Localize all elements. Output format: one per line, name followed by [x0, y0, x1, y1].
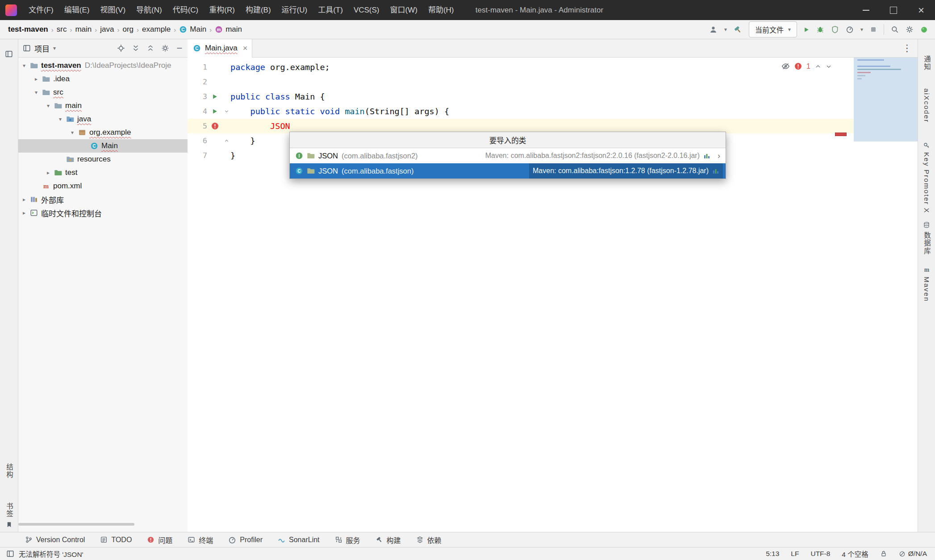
collapse-all-button[interactable] [146, 44, 154, 52]
menu-vcs[interactable]: VCS(S) [348, 0, 385, 20]
bottom-tab-2[interactable]: 问题 [147, 535, 172, 545]
run-gutter-icon[interactable] [207, 94, 222, 100]
breadcrumb-org[interactable]: org [122, 25, 134, 34]
run-config-selector[interactable]: 当前文件 ▾ [749, 21, 797, 37]
next-error-button[interactable] [826, 63, 832, 70]
expand-all-button[interactable] [132, 44, 140, 52]
locate-file-button[interactable] [117, 44, 125, 52]
tab-options-icon[interactable]: ⋮ [902, 43, 918, 54]
panel-options-button[interactable] [161, 44, 169, 52]
more-run-options-icon[interactable]: ▾ [860, 26, 863, 33]
profiler-button[interactable] [846, 25, 854, 33]
tree-item-main[interactable]: CMain [18, 139, 188, 153]
breadcrumb-main[interactable]: CMain [179, 25, 206, 34]
stripe-tab-3-button[interactable]: 数据库 [922, 221, 931, 255]
stripe-bookmarks-button[interactable]: 书签 [4, 502, 14, 528]
tree-chevron-icon[interactable]: ▾ [67, 129, 77, 136]
search-everywhere-button[interactable] [891, 25, 899, 33]
bottom-tab-version-control[interactable]: Version Control [25, 536, 85, 544]
minimap[interactable] [854, 58, 918, 141]
bottom-tab-6[interactable]: 服务 [335, 535, 360, 545]
tree-item-test[interactable]: ▸test [18, 166, 188, 179]
tree-item-.idea[interactable]: ▸.idea [18, 72, 188, 86]
stripe-key-promoter-x-button[interactable]: Key Promoter X [922, 142, 931, 213]
indent-setting[interactable]: 4 个空格 [842, 549, 868, 559]
tree-chevron-icon[interactable]: ▾ [31, 89, 41, 95]
bottom-tab-todo[interactable]: TODO [100, 536, 132, 544]
code-line-2[interactable]: 2 [188, 75, 918, 89]
tree-chevron-icon[interactable]: ▾ [43, 103, 53, 109]
project-horizontal-scrollbar[interactable] [18, 523, 134, 526]
stripe-tab-0-button[interactable]: 通知 [922, 55, 931, 71]
maximize-button[interactable] [880, 0, 907, 20]
breadcrumb-main[interactable]: mmain [215, 25, 242, 34]
tree-item-test-maven[interactable]: ▾test-mavenD:\IdeaProjects\IdeaProje [18, 59, 188, 72]
breadcrumb-test-maven[interactable]: test-maven [8, 25, 48, 34]
code-editor[interactable]: 1package org.example;23public class Main… [188, 58, 918, 532]
chevron-down-icon[interactable]: ▾ [53, 45, 56, 51]
project-panel-title[interactable]: 项目 [34, 43, 50, 54]
code-line-3[interactable]: 3public class Main { [188, 89, 918, 104]
fold-marker-icon[interactable] [222, 138, 230, 143]
build-project-button[interactable] [734, 25, 742, 34]
breadcrumb-main[interactable]: main [75, 25, 92, 34]
menu-window[interactable]: 窗口(W) [385, 0, 423, 20]
code-line-4[interactable]: 4 public static void main(String[] args)… [188, 104, 918, 119]
prev-error-button[interactable] [815, 63, 821, 70]
run-gutter-icon[interactable] [207, 108, 222, 114]
bottom-tab-7[interactable]: 构建 [376, 535, 401, 545]
hide-panel-button[interactable] [176, 45, 183, 52]
fold-marker-icon[interactable] [222, 109, 230, 114]
menu-run[interactable]: 运行(U) [276, 0, 313, 20]
tree-chevron-icon[interactable]: ▸ [31, 76, 41, 82]
line-ending[interactable]: LF [791, 550, 799, 558]
run-button[interactable] [804, 27, 810, 33]
menu-build[interactable]: 构建(B) [240, 0, 276, 20]
popup-item-0[interactable]: IJSON(com.alibaba.fastjson2)Maven: com.a… [290, 148, 726, 163]
tree-item-org.example[interactable]: ▾org.example [18, 126, 188, 139]
caret-position[interactable]: 5:13 [766, 550, 779, 558]
stripe-aixcoder-button[interactable]: aiXcoder [922, 88, 931, 123]
minimize-button[interactable] [852, 0, 880, 20]
tree-item-main[interactable]: ▾main [18, 99, 188, 112]
menu-refactor[interactable]: 重构(R) [204, 0, 240, 20]
error-indicator-icon[interactable] [794, 62, 802, 70]
tree-item-resources[interactable]: resources [18, 153, 188, 166]
bottom-tab-3[interactable]: 终端 [188, 535, 213, 545]
stripe-maven-button[interactable]: mMaven [922, 266, 931, 302]
tree-chevron-icon[interactable]: ▸ [19, 210, 29, 216]
popup-item-1[interactable]: CJSON(com.alibaba.fastjson)Maven: com.al… [290, 163, 726, 178]
stripe-project-button[interactable] [5, 50, 13, 58]
tree-chevron-icon[interactable]: ▸ [43, 170, 53, 176]
tree-item-node-10[interactable]: ▸外部库 [18, 193, 188, 206]
menu-navigate[interactable]: 导航(N) [131, 0, 167, 20]
stop-button[interactable] [870, 26, 877, 33]
bottom-tab-sonarlint[interactable]: SonarLint [278, 536, 320, 544]
breadcrumb-java[interactable]: java [100, 25, 114, 34]
user-avatar-button[interactable] [709, 25, 718, 34]
menu-file[interactable]: 文件(F) [23, 0, 59, 20]
status-na-widget[interactable]: Ø/N/A [899, 550, 927, 558]
settings-button[interactable] [906, 25, 914, 33]
error-gutter-icon[interactable] [207, 122, 222, 130]
ide-status-icon[interactable] [920, 26, 928, 33]
error-stripe-mark[interactable] [835, 133, 847, 136]
debug-button[interactable] [816, 25, 824, 33]
tree-chevron-icon[interactable]: ▾ [55, 116, 65, 122]
close-tab-icon[interactable]: × [243, 44, 248, 53]
close-button[interactable]: × [907, 0, 935, 20]
menu-edit[interactable]: 编辑(E) [59, 0, 95, 20]
breadcrumb-example[interactable]: example [142, 25, 171, 34]
highlighting-level-icon[interactable] [781, 62, 790, 71]
tree-chevron-icon[interactable]: ▾ [19, 62, 29, 69]
menu-code[interactable]: 代码(C) [167, 0, 204, 20]
readonly-lock-icon[interactable] [880, 550, 887, 557]
bottom-tab-profiler[interactable]: Profiler [228, 536, 263, 544]
breadcrumb-src[interactable]: src [57, 25, 67, 34]
bottom-tab-8[interactable]: 依赖 [416, 535, 442, 545]
file-encoding[interactable]: UTF-8 [810, 550, 830, 558]
stripe-structure-button[interactable]: 结构 [4, 463, 14, 479]
tree-item-node-11[interactable]: ▸临时文件和控制台 [18, 206, 188, 220]
tree-item-pom.xml[interactable]: mpom.xml [18, 179, 188, 193]
tree-item-java[interactable]: ▾java [18, 112, 188, 126]
